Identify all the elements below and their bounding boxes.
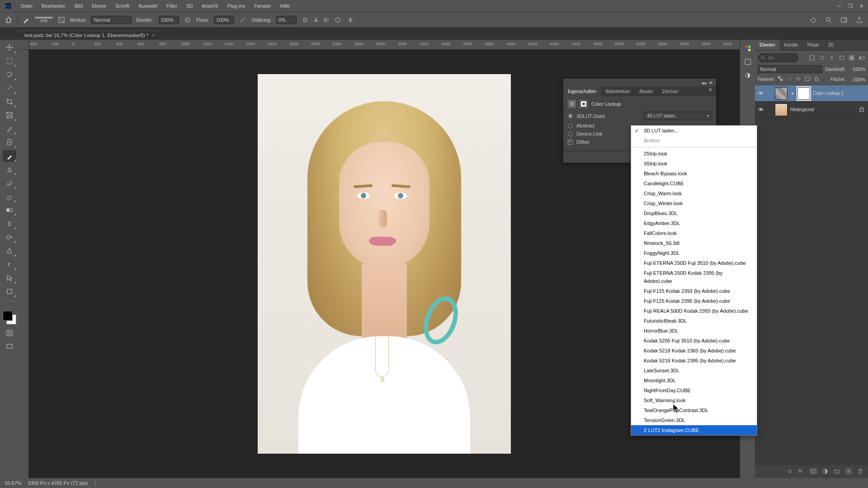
- libraries-tab[interactable]: Bibliotheken: [601, 87, 634, 96]
- lut-option[interactable]: Bleach Bypass.look: [631, 169, 757, 178]
- lut-option[interactable]: LateSunset.3DL: [631, 366, 757, 375]
- layer-mask-icon[interactable]: [810, 468, 817, 475]
- lock-all-icon[interactable]: [814, 76, 821, 83]
- menu-hilfe[interactable]: Hilfe: [275, 0, 294, 12]
- 3d-tab[interactable]: 3D: [824, 40, 839, 50]
- lut-option[interactable]: Fuji ETERNA 250D Fuji 3510 (by Adobe).cu…: [631, 258, 757, 268]
- path-select-tool[interactable]: [3, 272, 16, 284]
- home-icon[interactable]: [5, 16, 13, 24]
- airbrush-icon[interactable]: [239, 16, 247, 24]
- layer-thumb[interactable]: [775, 87, 788, 100]
- menu-ansicht[interactable]: Ansicht: [197, 0, 222, 12]
- link-layers-icon[interactable]: [787, 468, 794, 475]
- quick-mask-icon[interactable]: [3, 328, 16, 338]
- window-minimize-button[interactable]: ─: [836, 3, 843, 9]
- panel-collapse-icon[interactable]: ◂◂: [702, 80, 706, 85]
- healing-tool[interactable]: [3, 136, 16, 148]
- lut-option[interactable]: Soft_Warming.look: [631, 395, 757, 405]
- lut-option[interactable]: Kodak 5205 Fuji 3510 (by Adobe).cube: [631, 336, 757, 346]
- blur-tool[interactable]: [3, 218, 16, 230]
- character-tab[interactable]: Zeichen: [657, 87, 683, 96]
- lut-option[interactable]: Crisp_Warm.look: [631, 188, 757, 198]
- lut-option[interactable]: FoggyNight.3DL: [631, 248, 757, 258]
- layer-fx-icon[interactable]: fx: [798, 468, 806, 475]
- filter-smart-icon[interactable]: [848, 54, 855, 61]
- menu-bearbeiten[interactable]: Bearbeiten: [37, 0, 70, 12]
- lock-transparency-icon[interactable]: [778, 76, 784, 83]
- lut-option[interactable]: Fuji F125 Kodak 2395 (by Adobe).cube: [631, 296, 757, 306]
- type-tool[interactable]: T: [3, 258, 16, 270]
- blend-mode-select[interactable]: Normal: [91, 16, 132, 24]
- layer-thumb[interactable]: [775, 103, 788, 116]
- angle-value[interactable]: -5°: [323, 17, 329, 23]
- vertical-ruler[interactable]: [19, 50, 29, 478]
- magic-wand-tool[interactable]: [3, 82, 16, 94]
- menu-ebene[interactable]: Ebene: [87, 0, 111, 12]
- filter-pixel-icon[interactable]: [808, 54, 816, 61]
- brush-tool[interactable]: [3, 150, 16, 162]
- document-image[interactable]: [258, 74, 511, 454]
- lut-option[interactable]: Fuji REALA 500D Kodak 2393 (by Adobe).cu…: [631, 306, 757, 316]
- status-info-chevron-icon[interactable]: 〉: [94, 480, 99, 487]
- lut-option[interactable]: Candlelight.CUBE: [631, 178, 757, 188]
- window-restore-button[interactable]: ❐: [847, 3, 854, 9]
- lut-option[interactable]: TealOrangePlusContrast.3DL: [631, 405, 757, 415]
- lut-option[interactable]: Kodak 5218 Kodak 2383 (by Adobe).cube: [631, 346, 757, 356]
- channels-tab[interactable]: Kanäle: [779, 40, 802, 50]
- flow-input[interactable]: 100%: [214, 16, 234, 24]
- window-close-button[interactable]: ✕: [858, 3, 864, 9]
- lut-option[interactable]: Kodak 5218 Kodak 2395 (by Adobe).cube: [631, 356, 757, 366]
- search-icon[interactable]: [825, 16, 833, 24]
- adjustments-panel-icon[interactable]: [744, 71, 752, 80]
- lut-option-other[interactable]: Andere: [631, 136, 757, 145]
- layer-row[interactable]: Color Lookup 1: [755, 85, 868, 102]
- delete-layer-icon[interactable]: [857, 468, 864, 475]
- lasso-tool[interactable]: [3, 69, 16, 80]
- dodge-tool[interactable]: [3, 231, 16, 243]
- paragraph-tab[interactable]: Absatz: [635, 87, 658, 96]
- color-panel-icon[interactable]: [744, 44, 752, 52]
- group-layers-icon[interactable]: [834, 468, 841, 475]
- eyedropper-tool[interactable]: [3, 123, 16, 135]
- lock-position-icon[interactable]: [796, 76, 802, 83]
- history-brush-tool[interactable]: [3, 177, 16, 189]
- filter-toggle-icon[interactable]: [858, 54, 865, 61]
- gradient-tool[interactable]: [3, 204, 16, 216]
- pen-tool[interactable]: [3, 245, 16, 257]
- size-pressure-icon[interactable]: [334, 16, 342, 24]
- crop-tool[interactable]: [3, 96, 16, 108]
- screen-mode-icon[interactable]: [3, 342, 16, 352]
- layers-tab[interactable]: Ebenen: [755, 40, 779, 50]
- eraser-tool[interactable]: [3, 191, 16, 202]
- layer-blend-mode-select[interactable]: Normal: [758, 65, 822, 73]
- workspace-icon[interactable]: [840, 16, 848, 24]
- properties-tab[interactable]: Eigenschaften: [563, 87, 601, 96]
- adjustment-layer-icon[interactable]: [822, 468, 829, 475]
- document-tab[interactable]: test.psdc bei 16,7% (Color Lookup 1, Ebe…: [19, 30, 160, 40]
- color-swatch[interactable]: [3, 311, 16, 324]
- lut-option[interactable]: 2Strip.look: [631, 149, 757, 159]
- lut-option[interactable]: Z LUT2 Instagram.CUBE: [631, 425, 757, 435]
- menu-bild[interactable]: Bild: [70, 0, 87, 12]
- ruler-origin[interactable]: [19, 40, 29, 50]
- zoom-level[interactable]: 16,67%: [5, 480, 21, 486]
- cloud-docs-icon[interactable]: [809, 16, 817, 24]
- lut-option[interactable]: FallColors.look: [631, 228, 757, 238]
- filter-type-icon[interactable]: T: [828, 54, 835, 61]
- layer-visibility-icon[interactable]: [758, 106, 765, 113]
- layer-visibility-icon[interactable]: [758, 90, 765, 97]
- swatches-panel-icon[interactable]: [744, 58, 752, 66]
- lut-option[interactable]: HorrorBlue.3DL: [631, 326, 757, 336]
- lut-option[interactable]: 3Strip.look: [631, 159, 757, 169]
- clone-stamp-tool[interactable]: [3, 164, 16, 175]
- brush-tool-preset-icon[interactable]: [22, 16, 30, 24]
- panel-menu-icon[interactable]: ≡: [709, 87, 716, 96]
- lut-option[interactable]: Crisp_Winter.look: [631, 198, 757, 208]
- filter-adjust-icon[interactable]: [818, 54, 826, 61]
- lock-pixels-icon[interactable]: [787, 76, 793, 83]
- lut-option[interactable]: filmstock_50.3dl: [631, 238, 757, 248]
- menu-plug-ins[interactable]: Plug-ins: [222, 0, 250, 12]
- layer-mask-thumb[interactable]: [797, 87, 810, 100]
- shape-tool[interactable]: [3, 286, 16, 297]
- document-info[interactable]: 3300 Px x 4765 Px (72 ppi): [28, 480, 88, 486]
